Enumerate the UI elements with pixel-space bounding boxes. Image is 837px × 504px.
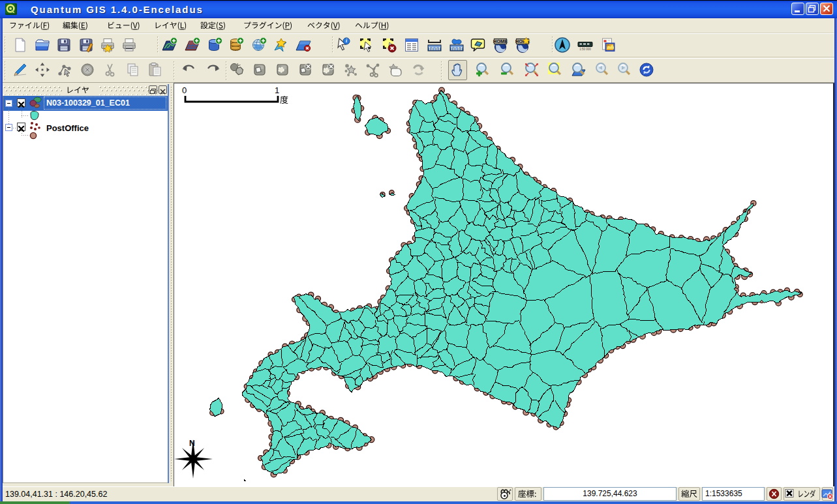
svg-text:1: 1 — [275, 85, 279, 95]
svg-text:0: 0 — [182, 85, 187, 95]
svg-text:N: N — [189, 439, 195, 448]
svg-text:1:50 000: 1:50 000 — [579, 48, 591, 51]
svg-text:HOME: HOME — [493, 38, 508, 44]
